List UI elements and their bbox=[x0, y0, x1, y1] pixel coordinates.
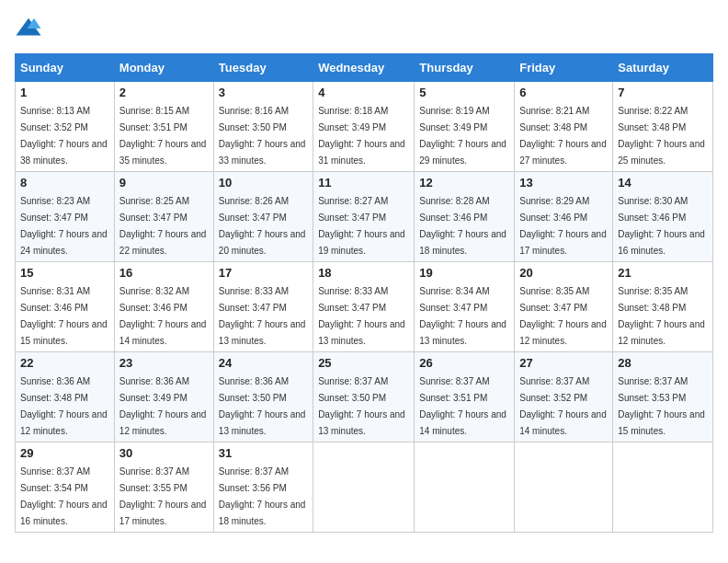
day-number: 19 bbox=[419, 266, 509, 280]
calendar-cell: 15 Sunrise: 8:31 AMSunset: 3:46 PMDaylig… bbox=[16, 262, 115, 352]
calendar-week-1: 1 Sunrise: 8:13 AMSunset: 3:52 PMDayligh… bbox=[16, 82, 713, 172]
day-of-week-friday: Friday bbox=[515, 54, 613, 82]
logo bbox=[15, 15, 44, 42]
calendar-cell: 29 Sunrise: 8:37 AMSunset: 3:54 PMDaylig… bbox=[16, 442, 115, 533]
day-number: 10 bbox=[219, 176, 308, 190]
day-info: Sunrise: 8:19 AMSunset: 3:49 PMDaylight:… bbox=[419, 106, 506, 166]
logo-icon bbox=[15, 15, 42, 42]
day-number: 25 bbox=[318, 356, 409, 370]
day-number: 21 bbox=[618, 266, 708, 280]
day-number: 29 bbox=[20, 446, 109, 460]
day-info: Sunrise: 8:21 AMSunset: 3:48 PMDaylight:… bbox=[519, 106, 607, 166]
day-info: Sunrise: 8:37 AMSunset: 3:52 PMDaylight:… bbox=[519, 376, 607, 436]
day-of-week-tuesday: Tuesday bbox=[213, 54, 313, 82]
day-number: 2 bbox=[119, 86, 209, 99]
day-number: 26 bbox=[419, 356, 509, 370]
day-of-week-thursday: Thursday bbox=[415, 54, 515, 82]
calendar-cell: 8 Sunrise: 8:23 AMSunset: 3:47 PMDayligh… bbox=[16, 172, 115, 262]
calendar-cell: 11 Sunrise: 8:27 AMSunset: 3:47 PMDaylig… bbox=[313, 172, 415, 262]
day-number: 22 bbox=[20, 356, 109, 370]
calendar-cell: 1 Sunrise: 8:13 AMSunset: 3:52 PMDayligh… bbox=[16, 82, 115, 172]
day-number: 12 bbox=[419, 176, 509, 190]
day-info: Sunrise: 8:28 AMSunset: 3:46 PMDaylight:… bbox=[419, 196, 506, 256]
day-info: Sunrise: 8:37 AMSunset: 3:53 PMDaylight:… bbox=[618, 376, 705, 436]
calendar-cell: 7 Sunrise: 8:22 AMSunset: 3:48 PMDayligh… bbox=[613, 82, 713, 172]
calendar-cell: 9 Sunrise: 8:25 AMSunset: 3:47 PMDayligh… bbox=[114, 172, 213, 262]
calendar-cell: 4 Sunrise: 8:18 AMSunset: 3:49 PMDayligh… bbox=[313, 82, 415, 172]
calendar-cell bbox=[515, 442, 613, 533]
day-info: Sunrise: 8:37 AMSunset: 3:51 PMDaylight:… bbox=[419, 376, 506, 436]
day-info: Sunrise: 8:18 AMSunset: 3:49 PMDaylight:… bbox=[318, 106, 405, 166]
calendar-cell bbox=[415, 442, 515, 533]
day-info: Sunrise: 8:13 AMSunset: 3:52 PMDaylight:… bbox=[20, 106, 108, 166]
day-number: 6 bbox=[519, 86, 608, 99]
calendar-week-5: 29 Sunrise: 8:37 AMSunset: 3:54 PMDaylig… bbox=[16, 442, 713, 533]
calendar-cell: 17 Sunrise: 8:33 AMSunset: 3:47 PMDaylig… bbox=[213, 262, 313, 352]
day-info: Sunrise: 8:33 AMSunset: 3:47 PMDaylight:… bbox=[318, 286, 405, 346]
calendar-cell: 19 Sunrise: 8:34 AMSunset: 3:47 PMDaylig… bbox=[415, 262, 515, 352]
day-of-week-saturday: Saturday bbox=[613, 54, 713, 82]
day-number: 13 bbox=[519, 176, 608, 190]
calendar-cell: 27 Sunrise: 8:37 AMSunset: 3:52 PMDaylig… bbox=[515, 352, 613, 442]
day-number: 15 bbox=[20, 266, 109, 280]
calendar-cell: 2 Sunrise: 8:15 AMSunset: 3:51 PMDayligh… bbox=[114, 82, 213, 172]
calendar-cell: 21 Sunrise: 8:35 AMSunset: 3:48 PMDaylig… bbox=[613, 262, 713, 352]
day-of-week-sunday: Sunday bbox=[16, 54, 115, 82]
day-info: Sunrise: 8:30 AMSunset: 3:46 PMDaylight:… bbox=[618, 196, 705, 256]
calendar-cell: 10 Sunrise: 8:26 AMSunset: 3:47 PMDaylig… bbox=[213, 172, 313, 262]
calendar-cell: 12 Sunrise: 8:28 AMSunset: 3:46 PMDaylig… bbox=[415, 172, 515, 262]
day-number: 4 bbox=[318, 86, 409, 99]
calendar-header: SundayMondayTuesdayWednesdayThursdayFrid… bbox=[16, 54, 713, 82]
day-of-week-wednesday: Wednesday bbox=[313, 54, 415, 82]
day-number: 1 bbox=[20, 86, 109, 99]
calendar-cell: 24 Sunrise: 8:36 AMSunset: 3:50 PMDaylig… bbox=[213, 352, 313, 442]
calendar-week-2: 8 Sunrise: 8:23 AMSunset: 3:47 PMDayligh… bbox=[16, 172, 713, 262]
day-info: Sunrise: 8:15 AMSunset: 3:51 PMDaylight:… bbox=[119, 106, 207, 166]
day-number: 3 bbox=[219, 86, 308, 99]
days-of-week-row: SundayMondayTuesdayWednesdayThursdayFrid… bbox=[16, 54, 713, 82]
day-info: Sunrise: 8:36 AMSunset: 3:48 PMDaylight:… bbox=[20, 376, 108, 436]
calendar-week-3: 15 Sunrise: 8:31 AMSunset: 3:46 PMDaylig… bbox=[16, 262, 713, 352]
calendar-cell: 18 Sunrise: 8:33 AMSunset: 3:47 PMDaylig… bbox=[313, 262, 415, 352]
calendar-cell: 28 Sunrise: 8:37 AMSunset: 3:53 PMDaylig… bbox=[613, 352, 713, 442]
day-info: Sunrise: 8:37 AMSunset: 3:54 PMDaylight:… bbox=[20, 466, 108, 526]
calendar-cell: 16 Sunrise: 8:32 AMSunset: 3:46 PMDaylig… bbox=[114, 262, 213, 352]
day-info: Sunrise: 8:37 AMSunset: 3:56 PMDaylight:… bbox=[219, 466, 306, 526]
day-info: Sunrise: 8:33 AMSunset: 3:47 PMDaylight:… bbox=[219, 286, 306, 346]
day-number: 23 bbox=[119, 356, 209, 370]
calendar-cell: 22 Sunrise: 8:36 AMSunset: 3:48 PMDaylig… bbox=[16, 352, 115, 442]
calendar-body: 1 Sunrise: 8:13 AMSunset: 3:52 PMDayligh… bbox=[16, 82, 713, 533]
day-info: Sunrise: 8:35 AMSunset: 3:47 PMDaylight:… bbox=[519, 286, 607, 346]
day-number: 14 bbox=[618, 176, 708, 190]
calendar-cell: 6 Sunrise: 8:21 AMSunset: 3:48 PMDayligh… bbox=[515, 82, 613, 172]
day-number: 24 bbox=[219, 356, 308, 370]
day-info: Sunrise: 8:35 AMSunset: 3:48 PMDaylight:… bbox=[618, 286, 705, 346]
calendar-table: SundayMondayTuesdayWednesdayThursdayFrid… bbox=[15, 53, 713, 533]
calendar-cell: 13 Sunrise: 8:29 AMSunset: 3:46 PMDaylig… bbox=[515, 172, 613, 262]
day-number: 11 bbox=[318, 176, 409, 190]
day-number: 9 bbox=[119, 176, 209, 190]
day-info: Sunrise: 8:22 AMSunset: 3:48 PMDaylight:… bbox=[618, 106, 705, 166]
calendar-cell: 31 Sunrise: 8:37 AMSunset: 3:56 PMDaylig… bbox=[213, 442, 313, 533]
day-info: Sunrise: 8:23 AMSunset: 3:47 PMDaylight:… bbox=[20, 196, 108, 256]
day-info: Sunrise: 8:36 AMSunset: 3:50 PMDaylight:… bbox=[219, 376, 306, 436]
day-info: Sunrise: 8:37 AMSunset: 3:50 PMDaylight:… bbox=[318, 376, 405, 436]
day-info: Sunrise: 8:16 AMSunset: 3:50 PMDaylight:… bbox=[219, 106, 306, 166]
day-info: Sunrise: 8:37 AMSunset: 3:55 PMDaylight:… bbox=[119, 466, 207, 526]
day-info: Sunrise: 8:31 AMSunset: 3:46 PMDaylight:… bbox=[20, 286, 108, 346]
day-info: Sunrise: 8:32 AMSunset: 3:46 PMDaylight:… bbox=[119, 286, 207, 346]
day-number: 7 bbox=[618, 86, 708, 99]
calendar-cell: 30 Sunrise: 8:37 AMSunset: 3:55 PMDaylig… bbox=[114, 442, 213, 533]
day-number: 30 bbox=[119, 446, 209, 460]
calendar-cell: 20 Sunrise: 8:35 AMSunset: 3:47 PMDaylig… bbox=[515, 262, 613, 352]
calendar-cell bbox=[613, 442, 713, 533]
calendar-cell: 25 Sunrise: 8:37 AMSunset: 3:50 PMDaylig… bbox=[313, 352, 415, 442]
day-info: Sunrise: 8:25 AMSunset: 3:47 PMDaylight:… bbox=[119, 196, 207, 256]
page-header bbox=[15, 15, 713, 42]
day-number: 28 bbox=[618, 356, 708, 370]
day-number: 17 bbox=[219, 266, 308, 280]
calendar-cell: 5 Sunrise: 8:19 AMSunset: 3:49 PMDayligh… bbox=[415, 82, 515, 172]
calendar-cell: 14 Sunrise: 8:30 AMSunset: 3:46 PMDaylig… bbox=[613, 172, 713, 262]
calendar-cell: 3 Sunrise: 8:16 AMSunset: 3:50 PMDayligh… bbox=[213, 82, 313, 172]
day-number: 8 bbox=[20, 176, 109, 190]
